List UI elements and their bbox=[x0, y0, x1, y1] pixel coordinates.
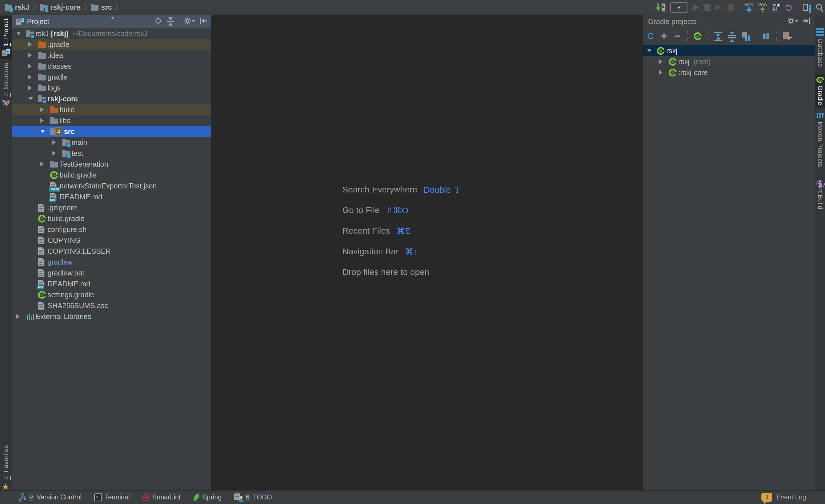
project-panel-header[interactable]: Project bbox=[12, 15, 211, 28]
hide-panel-button[interactable] bbox=[803, 17, 810, 26]
tool-window-button-structure[interactable]: 7: Structure bbox=[0, 60, 12, 107]
tree-item-testgeneration[interactable]: TestGeneration bbox=[12, 159, 211, 170]
tree-item-rskj[interactable]: rskj(root) bbox=[644, 56, 815, 67]
tree-item-logs[interactable]: logs bbox=[12, 82, 211, 93]
gear-menu-button[interactable] bbox=[787, 17, 798, 26]
tool-window-button-database[interactable]: Database bbox=[815, 26, 825, 74]
tree-item-rskj-core[interactable]: rskj-core bbox=[12, 93, 211, 104]
event-log-widget[interactable]: 1 Event Log bbox=[761, 493, 806, 502]
tree-item-settings-gradle[interactable]: settings.gradle bbox=[12, 289, 211, 300]
tool-window-button-gradle[interactable]: Gradle bbox=[815, 74, 825, 108]
gear-menu-button[interactable] bbox=[184, 17, 195, 26]
tree-item-build-gradle[interactable]: build.gradle bbox=[12, 213, 211, 224]
gradle-settings-button[interactable] bbox=[783, 32, 792, 41]
expand-all-button[interactable] bbox=[714, 32, 722, 42]
tool-window-button-favorites[interactable]: 2: Favorites bbox=[0, 443, 12, 489]
tree-item-gradlew[interactable]: gradlew bbox=[12, 257, 211, 267]
tree-item-libs[interactable]: libs bbox=[12, 115, 211, 126]
tree-item-test[interactable]: test bbox=[12, 148, 211, 159]
view-mode-dropdown[interactable] bbox=[111, 19, 114, 24]
project-structure-button[interactable] bbox=[803, 3, 811, 11]
chevron-down-icon bbox=[677, 7, 681, 11]
vcs-commit-button[interactable]: VCS bbox=[758, 3, 767, 13]
chevron-right-icon[interactable] bbox=[41, 107, 50, 112]
chevron-right-icon[interactable] bbox=[28, 53, 38, 58]
tree-item-sha256sums-asc[interactable]: SHA256SUMS.asc bbox=[12, 300, 211, 311]
tool-window-button-ant[interactable]: Ant Build bbox=[815, 178, 825, 212]
tree-item-configure-sh[interactable]: configure.sh bbox=[12, 224, 211, 235]
tree-item-label: gradle bbox=[48, 73, 68, 81]
tree-item-gradle[interactable]: gradle bbox=[12, 72, 211, 82]
run-config-dropdown[interactable] bbox=[670, 2, 688, 13]
breadcrumb-item-rskj-core[interactable]: rskj-core bbox=[40, 3, 80, 11]
statusbar-todo-button[interactable]: 6: TODO bbox=[234, 493, 272, 501]
chevron-right-icon[interactable] bbox=[28, 86, 38, 90]
chevron-down-icon[interactable] bbox=[16, 32, 26, 35]
tree-item-build[interactable]: build bbox=[12, 104, 211, 115]
detach-gradle-project-button[interactable] bbox=[674, 32, 681, 41]
chevron-right-icon[interactable] bbox=[28, 64, 38, 69]
refresh-gradle-button[interactable] bbox=[647, 32, 654, 41]
tree-item-src[interactable]: 4src bbox=[12, 126, 211, 137]
gear-icon bbox=[787, 17, 798, 25]
download-sources-button[interactable] bbox=[656, 3, 665, 12]
tree-item-external-libraries[interactable]: External Libraries bbox=[12, 311, 211, 322]
statusbar-spring-button[interactable]: Spring bbox=[193, 493, 221, 501]
statusbar-version-control-button[interactable]: 9: Version Control bbox=[18, 493, 82, 502]
search-everywhere-button[interactable] bbox=[816, 3, 824, 11]
collapse-all-button[interactable] bbox=[728, 32, 736, 42]
tree-item-readme-md[interactable]: MDREADME.md bbox=[12, 278, 211, 289]
tree-item-rskj-core[interactable]: :rskj-core bbox=[644, 67, 815, 78]
vcs-update-button[interactable]: VCS bbox=[744, 3, 753, 13]
tool-window-button-maven[interactable]: Maven Projects bbox=[815, 109, 825, 163]
tree-item-gradlew-bat[interactable]: gradlew.bat bbox=[12, 267, 211, 278]
editor-empty-area[interactable]: Search EverywhereDouble ⇧Go to File⇧⌘ORe… bbox=[211, 15, 643, 490]
tree-item-readme-md[interactable]: MDREADME.md bbox=[12, 191, 211, 202]
tree-item-copying[interactable]: COPYING bbox=[12, 235, 211, 246]
chevron-right-icon[interactable] bbox=[16, 314, 26, 319]
tree-item-gitignore[interactable]: .gitignore bbox=[12, 202, 211, 213]
hide-panel-button[interactable] bbox=[199, 17, 207, 26]
local-history-button[interactable] bbox=[772, 3, 780, 11]
tree-item-main[interactable]: main bbox=[12, 137, 211, 148]
chevron-right-icon[interactable] bbox=[41, 162, 50, 166]
chevron-right-icon[interactable] bbox=[659, 70, 669, 75]
tree-item-rskj[interactable]: rskj bbox=[644, 45, 815, 56]
tree-item-networkstateexportertest-json[interactable]: JSONnetworkStateExporterTest.json bbox=[12, 180, 211, 191]
chevron-right-icon[interactable] bbox=[53, 140, 62, 145]
attach-gradle-project-button[interactable] bbox=[660, 32, 668, 41]
gradle-icon bbox=[669, 58, 677, 66]
stop-button[interactable] bbox=[728, 4, 734, 11]
statusbar-sonarlint-button[interactable]: SonarLint bbox=[142, 493, 180, 501]
show-dependencies-button[interactable] bbox=[742, 32, 750, 41]
chevron-right-icon[interactable] bbox=[659, 59, 669, 64]
tree-item-classes[interactable]: classes bbox=[12, 61, 211, 72]
chevron-down-icon[interactable] bbox=[647, 49, 657, 53]
chevron-down-icon[interactable] bbox=[28, 97, 38, 100]
tree-item-copying-lesser[interactable]: COPYING.LESSER bbox=[12, 246, 211, 257]
chevron-right-icon[interactable] bbox=[41, 118, 50, 123]
chevron-right-icon[interactable] bbox=[28, 42, 38, 47]
breadcrumb-item-src[interactable]: src bbox=[91, 3, 112, 11]
locate-file-button[interactable] bbox=[154, 17, 162, 26]
toggle-offline-mode-button[interactable] bbox=[762, 32, 770, 41]
chevron-down-icon[interactable] bbox=[41, 130, 50, 133]
statusbar-terminal-button[interactable]: Terminal bbox=[94, 493, 130, 501]
tool-window-button-project[interactable]: 1: Project bbox=[0, 16, 12, 59]
tree-item-gradle[interactable]: .gradle bbox=[12, 39, 211, 50]
debug-button[interactable] bbox=[704, 4, 710, 11]
sonarlint-icon bbox=[142, 494, 150, 501]
run-with-coverage-button[interactable] bbox=[715, 5, 723, 10]
chevron-right-icon[interactable] bbox=[53, 151, 62, 156]
tree-item-build-gradle[interactable]: build.gradle bbox=[12, 170, 211, 180]
tree-item-idea[interactable]: .idea bbox=[12, 50, 211, 61]
breadcrumb-item-rskj[interactable]: rskJ bbox=[5, 3, 29, 11]
rollback-button[interactable] bbox=[785, 4, 793, 11]
chevron-right-icon[interactable] bbox=[28, 75, 38, 79]
collapse-all-button[interactable] bbox=[166, 17, 174, 25]
gradle-panel-header[interactable]: Gradle projects bbox=[644, 15, 815, 28]
tree-item-rskj[interactable]: rskJ[rskj]~/Documents/code/rskJ bbox=[12, 28, 211, 39]
expand-all-icon bbox=[714, 32, 722, 42]
run-button[interactable] bbox=[693, 4, 699, 11]
run-gradle-task-button[interactable] bbox=[694, 32, 701, 41]
